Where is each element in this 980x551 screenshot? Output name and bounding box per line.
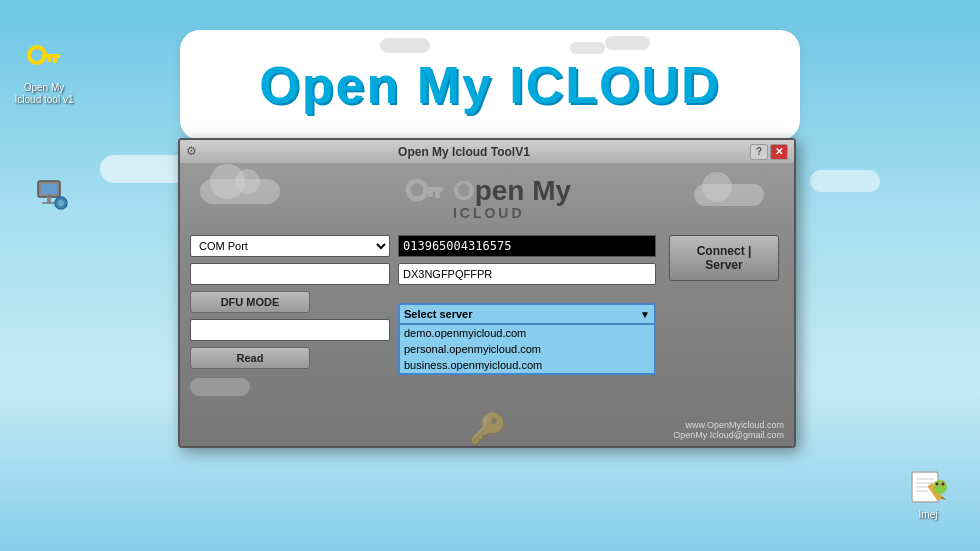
svg-rect-25: [428, 192, 433, 197]
logo-text: Open My ICLOUD: [453, 177, 571, 221]
svg-rect-1: [42, 54, 60, 58]
footer-email: OpenMy Icloud@gmail.com: [673, 430, 784, 440]
right-column: Select server ▼ demo.openmyicloud.com pe…: [398, 235, 656, 369]
svg-point-21: [942, 483, 945, 486]
svg-rect-24: [435, 192, 440, 198]
svg-point-20: [936, 483, 939, 486]
imei-input[interactable]: [398, 235, 656, 257]
titlebar-icon: ⚙: [186, 144, 202, 160]
connect-server-button[interactable]: Connect | Server: [669, 235, 779, 281]
window-body: Open My ICLOUD COM Port COM1 COM2 COM3 D…: [180, 164, 794, 446]
svg-rect-3: [47, 58, 51, 62]
close-button[interactable]: ✕: [770, 144, 788, 160]
window-controls: ? ✕: [750, 144, 788, 160]
server-option-1[interactable]: demo.openmyicloud.com: [400, 325, 654, 341]
desktop-icon-key[interactable]: Open My Icloud tool v1: [12, 40, 76, 106]
main-window: ⚙ Open My Icloud ToolV1 ? ✕ Ope: [178, 138, 796, 448]
banner: Open My ICLOUD: [180, 30, 800, 140]
server-dropdown-arrow: ▼: [640, 309, 650, 320]
window-footer: www.OpenMyicloud.com OpenMy Icloud@gmail…: [673, 420, 784, 440]
server-option-2[interactable]: personal.openmyicloud.com: [400, 341, 654, 357]
left-column: COM Port COM1 COM2 COM3 DFU MODE Read: [190, 235, 390, 369]
server-dropdown-list: demo.openmyicloud.com personal.openmyicl…: [398, 325, 656, 375]
com-port-select[interactable]: COM Port COM1 COM2 COM3: [190, 235, 390, 257]
server-select-header[interactable]: Select server ▼: [398, 303, 656, 325]
logo-opnmy: Open My: [453, 177, 571, 205]
win-bottom-key-icon: 🔑: [469, 411, 506, 446]
svg-point-9: [58, 200, 64, 206]
svg-rect-7: [42, 202, 56, 204]
notepad-icon: [908, 467, 948, 507]
network-icon: [32, 175, 72, 215]
logo-key-icon: [403, 172, 447, 225]
far-right-column: Connect | Server: [664, 235, 784, 369]
read-button[interactable]: Read: [190, 347, 310, 369]
banner-title: Open My ICLOUD: [259, 55, 720, 115]
server-select-label: Select server: [404, 308, 473, 320]
logo-icloud: ICLOUD: [453, 205, 525, 221]
dfu-button[interactable]: DFU MODE: [190, 291, 310, 313]
notepad-icon-label: Imej: [919, 509, 938, 521]
footer-url: www.OpenMyicloud.com: [673, 420, 784, 430]
server-dropdown-container: Select server ▼ demo.openmyicloud.com pe…: [398, 303, 656, 325]
window-logo: Open My ICLOUD: [190, 172, 784, 225]
form-area: COM Port COM1 COM2 COM3 DFU MODE Read: [190, 235, 784, 369]
field-right-2[interactable]: [398, 263, 656, 285]
key-icon-label: Open My Icloud tool v1: [12, 82, 76, 106]
desktop-cloud-2: [810, 170, 880, 192]
svg-rect-2: [53, 58, 57, 63]
svg-rect-6: [47, 197, 51, 202]
field-left-2[interactable]: [190, 263, 390, 285]
field-left-4[interactable]: [190, 319, 390, 341]
help-button[interactable]: ?: [750, 144, 768, 160]
desktop-cloud-1: [100, 155, 190, 183]
key-icon: [24, 40, 64, 80]
server-option-3[interactable]: business.openmyicloud.com: [400, 357, 654, 373]
window-title: Open My Icloud ToolV1: [208, 145, 720, 159]
svg-rect-23: [423, 187, 443, 192]
desktop-icon-network[interactable]: [20, 175, 84, 215]
win-cloud-3: [190, 378, 250, 396]
svg-rect-5: [41, 184, 57, 194]
desktop-icon-notepad[interactable]: Imej: [896, 467, 960, 521]
titlebar: ⚙ Open My Icloud ToolV1 ? ✕: [180, 140, 794, 164]
